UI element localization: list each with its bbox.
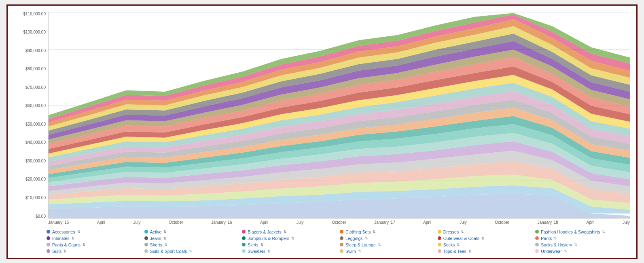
x-tick: January '17 <box>374 220 395 225</box>
legend-dot <box>144 236 148 240</box>
legend-sort-icon: ⇅ <box>291 236 294 240</box>
legend-item: Socks ⇅ <box>438 242 532 247</box>
x-ticks: January '15AprilJulyOctoberJanuary '16Ap… <box>48 219 630 225</box>
legend-label[interactable]: Intimates <box>52 236 70 241</box>
legend-sort-icon: ⇅ <box>267 249 271 253</box>
y-tick: $40,000.00 <box>16 141 46 145</box>
legend-dot <box>47 230 50 234</box>
y-tick: $10,000.00 <box>16 196 46 200</box>
legend-item: Shorts ⇅ <box>144 242 239 247</box>
legend-sort-icon: ⇅ <box>373 230 376 234</box>
legend-sort-icon: ⇅ <box>164 243 167 247</box>
legend-sort-icon: ⇅ <box>365 236 368 240</box>
legend-dot <box>144 249 148 253</box>
legend-label[interactable]: Blazers & Jackets <box>248 229 281 234</box>
y-axis-label <box>14 12 16 225</box>
legend-dot <box>340 243 343 246</box>
x-tick: July <box>133 220 141 225</box>
y-ticks-and-plot: $0.00$10,000.00$20,000.00$30,000.00$40,0… <box>16 12 630 219</box>
legend-label[interactable]: Fashion Hoodies & Sweatshirts <box>541 229 600 234</box>
y-tick: $50,000.00 <box>16 122 46 126</box>
legend-dot <box>535 230 539 234</box>
legend-label[interactable]: Socks <box>443 242 455 247</box>
legend-label[interactable]: Sweaters <box>248 249 265 254</box>
legend-label[interactable]: Shorts <box>150 242 162 247</box>
legend-sort-icon: ⇅ <box>358 249 361 253</box>
legend-label[interactable]: Sleep & Lounge <box>345 242 376 247</box>
legend-label[interactable]: Suits & Sport Coats <box>150 249 187 254</box>
legend-label[interactable]: Jumpsuits & Rompers <box>248 236 289 241</box>
legend-dot <box>340 236 343 240</box>
legend-sort-icon: ⇅ <box>163 236 167 240</box>
legend-sort-icon: ⇅ <box>83 243 86 247</box>
y-tick: $70,000.00 <box>16 86 46 90</box>
legend-sort-icon: ⇅ <box>64 249 67 253</box>
legend-label[interactable]: Pants <box>541 236 552 241</box>
x-tick: April <box>423 220 431 225</box>
legend-label[interactable]: Swim <box>345 249 356 254</box>
chart-area: $0.00$10,000.00$20,000.00$30,000.00$40,0… <box>14 12 630 225</box>
legend: Accessories ⇅ Active ⇅ Blazers & Jackets… <box>14 225 630 254</box>
legend-sort-icon: ⇅ <box>554 236 557 240</box>
legend-dot <box>47 249 50 253</box>
legend-item: Tops & Tees ⇅ <box>438 249 532 254</box>
y-tick: $20,000.00 <box>16 177 46 181</box>
legend-sort-icon: ⇅ <box>189 249 192 253</box>
legend-dot <box>242 230 246 234</box>
legend-item: Jeans ⇅ <box>144 236 239 241</box>
legend-dot <box>340 230 343 234</box>
y-tick: $60,000.00 <box>16 104 46 108</box>
chart-container: $0.00$10,000.00$20,000.00$30,000.00$40,0… <box>6 4 638 259</box>
legend-label[interactable]: Skirts <box>248 242 258 247</box>
legend-item: Clothing Sets ⇅ <box>340 229 434 234</box>
legend-item: Active ⇅ <box>144 229 239 234</box>
legend-item: Sleep & Lounge ⇅ <box>340 242 434 247</box>
legend-item: Leggings ⇅ <box>340 236 434 241</box>
x-tick: July <box>623 220 630 225</box>
legend-dot <box>144 230 148 234</box>
legend-sort-icon: ⇅ <box>72 236 75 240</box>
legend-label[interactable]: Clothing Sets <box>345 229 371 234</box>
x-tick: April <box>260 220 268 225</box>
legend-dot <box>535 236 539 240</box>
x-tick: April <box>586 220 594 225</box>
legend-sort-icon: ⇅ <box>461 230 464 234</box>
legend-item: Underwear ⇅ <box>535 249 630 254</box>
legend-sort-icon: ⇅ <box>77 230 80 234</box>
legend-dot <box>438 243 441 246</box>
legend-dot <box>242 236 246 240</box>
legend-sort-icon: ⇅ <box>564 249 567 253</box>
legend-item: Jumpsuits & Rompers ⇅ <box>242 236 337 241</box>
legend-item: Pants ⇅ <box>535 236 630 241</box>
legend-label[interactable]: Suits <box>52 249 61 254</box>
legend-dot <box>47 243 50 246</box>
legend-label[interactable]: Socks & Hosiery <box>541 242 572 247</box>
legend-dot <box>47 236 50 240</box>
legend-item: Blazers & Jackets ⇅ <box>242 229 337 234</box>
legend-label[interactable]: Accessories <box>52 229 75 234</box>
legend-sort-icon: ⇅ <box>602 230 605 234</box>
legend-label[interactable]: Tops & Tees <box>443 249 466 254</box>
legend-label[interactable]: Outerwear & Coats <box>443 236 479 241</box>
legend-label[interactable]: Underwear <box>541 249 561 254</box>
legend-label[interactable]: Pants & Capris <box>52 242 80 247</box>
legend-label[interactable]: Dresses <box>443 229 459 234</box>
legend-dot <box>535 243 539 246</box>
legend-dot <box>340 249 343 253</box>
legend-label[interactable]: Jeans <box>150 236 161 241</box>
x-axis-row: January '15AprilJulyOctoberJanuary '16Ap… <box>16 219 630 225</box>
legend-label[interactable]: Leggings <box>345 236 363 241</box>
plot-area <box>48 12 630 219</box>
x-tick: October <box>495 220 509 225</box>
legend-item: Fashion Hoodies & Sweatshirts ⇅ <box>535 229 630 234</box>
legend-item: Sweaters ⇅ <box>242 249 337 254</box>
legend-sort-icon: ⇅ <box>261 243 264 247</box>
legend-dot <box>242 249 246 253</box>
legend-label[interactable]: Active <box>150 229 162 234</box>
legend-dot <box>242 243 246 246</box>
y-tick: $110,000.00 <box>16 12 46 16</box>
legend-item: Swim ⇅ <box>340 249 434 254</box>
legend-item: Skirts ⇅ <box>242 242 337 247</box>
x-tick: January '18 <box>537 220 558 225</box>
x-tick: October <box>332 220 346 225</box>
